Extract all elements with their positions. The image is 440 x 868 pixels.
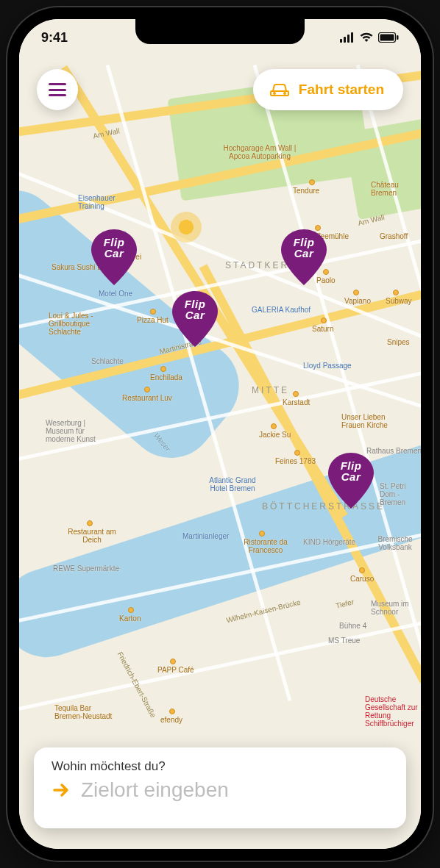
- destination-input[interactable]: [81, 778, 388, 802]
- user-location: [171, 212, 202, 243]
- svg-rect-2: [347, 35, 349, 43]
- map-poi-label: Enchilada: [150, 373, 182, 381]
- map-poi-label: Karton: [119, 614, 141, 623]
- arrow-right-icon: [52, 781, 71, 800]
- map-poi-label: PAPP Café: [157, 666, 194, 674]
- map-poi-label: Bühne 4: [339, 622, 366, 630]
- map-poi-label: REWE Supermärkte: [53, 564, 119, 573]
- start-trip-button[interactable]: Fahrt starten: [253, 69, 403, 110]
- menu-button[interactable]: [37, 69, 78, 110]
- svg-rect-0: [340, 39, 342, 43]
- svg-point-7: [274, 93, 275, 94]
- phone-frame: 9:41: [7, 7, 433, 861]
- map-poi-label: Schlachte: [91, 357, 124, 365]
- map-poi-label: MS Treue: [328, 636, 360, 645]
- map-poi-label: Atlantic Grand Hotel Bremen: [203, 476, 262, 492]
- map-poi-dot: [150, 309, 156, 315]
- hamburger-icon: [49, 83, 66, 96]
- svg-point-8: [284, 93, 285, 94]
- status-time: 9:41: [41, 30, 68, 46]
- pin-brand: FlipCar: [281, 237, 327, 259]
- map-street-label: Tiefer: [335, 598, 355, 610]
- map-poi-label: Hochgarage Am Wall | Apcoa Autoparking: [219, 144, 300, 160]
- map-poi-label: Motel One: [99, 290, 132, 298]
- map-poi-dot: [309, 179, 315, 185]
- map-poi-dot: [169, 709, 175, 714]
- pin-brand: FlipCar: [172, 298, 218, 320]
- pin-brand: FlipCar: [328, 460, 374, 482]
- map-poi-label: Bremische Volksbank: [369, 535, 421, 551]
- map-poi-label: Grashoff: [380, 232, 408, 240]
- map-poi-dot: [128, 607, 134, 613]
- status-icons: [340, 32, 399, 43]
- map-poi-dot: [294, 450, 300, 456]
- notch: [135, 19, 305, 44]
- car-icon: [269, 82, 290, 98]
- svg-rect-3: [351, 32, 353, 43]
- map-poi-label: Restaurant Luv: [122, 394, 172, 402]
- map-poi-label: Saturn: [312, 325, 333, 333]
- map-poi-label: Museum im Schnoor: [371, 600, 421, 616]
- screen: 9:41: [19, 19, 421, 849]
- map-poi-label: Caruso: [350, 575, 374, 583]
- map-poi-label: Karstadt: [283, 398, 310, 406]
- map-poi-label: Unser Lieben Frauen Kirche: [341, 413, 393, 429]
- map-poi-label: Pizza Hut: [137, 316, 168, 324]
- map-poi-dot: [160, 366, 166, 372]
- battery-icon: [378, 32, 399, 43]
- map-poi-label: Jackie Su: [259, 431, 291, 439]
- map-poi-dot: [359, 567, 365, 573]
- map-poi-label: Martinianleger: [182, 532, 229, 540]
- map-poi-label: KIND Hörgeräte: [303, 538, 355, 546]
- car-pin[interactable]: FlipCar: [328, 453, 374, 509]
- map-poi-label: Restaurant am Deich: [66, 528, 118, 544]
- map-poi-label: Vapiano: [344, 297, 371, 305]
- map-poi-label: Feines 1783: [275, 457, 316, 465]
- map-poi-label: Loui & Jules - Grillboutique Schlachte: [49, 312, 107, 336]
- destination-search-card[interactable]: Wohin möchtest du?: [34, 747, 406, 828]
- map-poi-label: Ristorante da Francesco: [240, 538, 291, 554]
- map-poi-label: Tequila Bar Bremen-Neustadt: [54, 704, 113, 720]
- map-poi-label: Deutsche Gesellschaft zur Rettung Schiff…: [365, 695, 421, 728]
- map-poi-label: Tendure: [293, 187, 319, 195]
- car-pin[interactable]: FlipCar: [172, 291, 218, 347]
- car-pin[interactable]: FlipCar: [281, 229, 327, 285]
- map-poi-label: St. Petri Dom - Bremen: [380, 482, 421, 506]
- search-row: [52, 778, 388, 802]
- map-poi-dot: [87, 520, 93, 526]
- car-pin[interactable]: FlipCar: [91, 229, 137, 285]
- map-poi-label: GALERIA Kaufhof: [252, 306, 311, 314]
- svg-rect-5: [380, 35, 394, 41]
- map-poi-label: efendy: [160, 716, 182, 724]
- map-poi-label: Weserburg | Museum für moderne Kunst: [46, 419, 112, 443]
- map-poi-dot: [321, 318, 327, 323]
- map-poi-dot: [293, 391, 299, 397]
- map-poi-dot: [271, 423, 277, 429]
- svg-rect-6: [397, 35, 399, 40]
- search-label: Wohin möchtest du?: [52, 759, 388, 774]
- map-poi-dot: [353, 290, 359, 295]
- map-poi-dot: [393, 290, 399, 295]
- map-poi-label: Lloyd Passage: [303, 362, 352, 370]
- svg-rect-1: [344, 37, 346, 43]
- map-poi-dot: [144, 387, 150, 392]
- map-poi-label: Eisenhauer Training: [78, 194, 122, 210]
- start-trip-label: Fahrt starten: [299, 82, 384, 98]
- map-area-label: MITTE: [252, 385, 289, 395]
- wifi-icon: [359, 32, 374, 43]
- map-poi-dot: [259, 531, 265, 537]
- map-poi-label: Château Bremen: [371, 181, 415, 197]
- pin-brand: FlipCar: [91, 237, 137, 259]
- map-canvas[interactable]: STADTKERN MITTE BÖTTCHERSTRASSE Europcar…: [19, 19, 421, 849]
- map-poi-label: Rathaus Bremen: [366, 447, 421, 455]
- signal-icon: [340, 32, 355, 43]
- map-poi-dot: [170, 659, 176, 664]
- map-poi-label: Snipes: [387, 338, 410, 346]
- map-poi-label: Subway: [386, 297, 412, 305]
